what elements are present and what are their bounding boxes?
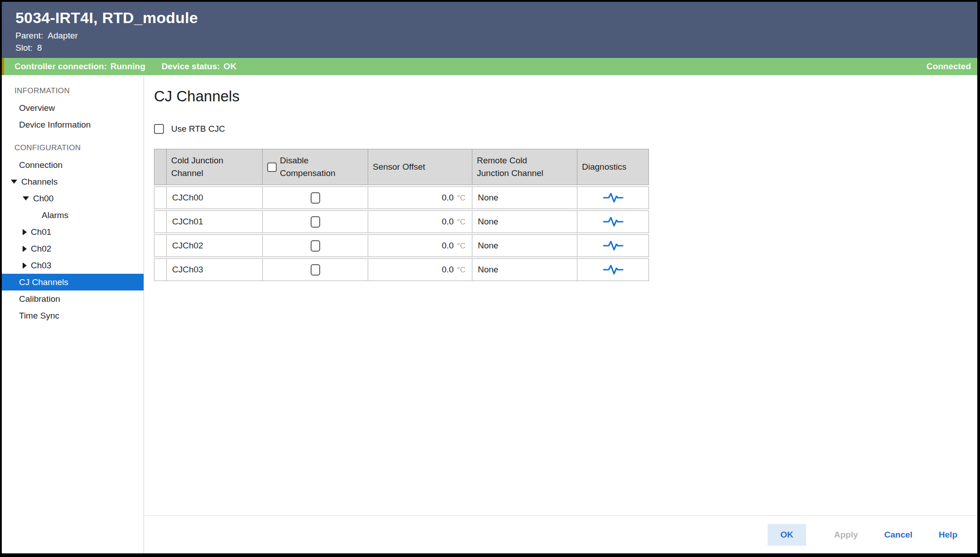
disable-compensation-cell — [263, 234, 368, 257]
device-status-label: Device status: — [162, 62, 220, 71]
sidebar-item-overview[interactable]: Overview — [2, 100, 144, 116]
unit-label: °C — [457, 218, 466, 226]
expand-arrow-icon[interactable] — [11, 180, 17, 184]
navigation-sidebar: INFORMATION Overview Device Information … — [2, 75, 144, 553]
title-header: 5034-IRT4I, RTD_module Parent: Adapter S… — [2, 2, 977, 58]
section-title-information: INFORMATION — [2, 82, 144, 100]
diagnostics-cell[interactable] — [577, 234, 649, 257]
sidebar-item-ch03[interactable]: Ch03 — [2, 257, 144, 274]
collapse-arrow-icon[interactable] — [23, 246, 27, 252]
diagnostics-cell[interactable] — [577, 186, 649, 209]
diagnostics-waveform-icon[interactable] — [603, 263, 624, 276]
disable-compensation-checkbox[interactable] — [311, 240, 320, 252]
unit-label: °C — [457, 194, 466, 202]
column-header-remote-cold-junction-channel: Remote Cold Junction Channel — [472, 149, 577, 185]
table-row: CJCh01 0.0°C None — [154, 210, 649, 233]
row-selector-cell[interactable] — [154, 210, 167, 233]
unit-label: °C — [457, 266, 466, 274]
sensor-offset-cell[interactable]: 0.0°C — [368, 258, 472, 281]
row-selector-cell[interactable] — [154, 186, 167, 209]
remote-cold-junction-cell[interactable]: None — [472, 186, 577, 209]
column-header-diagnostics: Diagnostics — [577, 149, 649, 185]
use-rtb-cjc-label: Use RTB CJC — [171, 124, 225, 134]
sensor-offset-cell[interactable]: 0.0°C — [368, 234, 472, 257]
remote-cold-junction-cell[interactable]: None — [472, 258, 577, 281]
channel-name-cell: CJCh01 — [167, 210, 263, 233]
collapse-arrow-icon[interactable] — [23, 229, 27, 235]
sidebar-item-channels[interactable]: Channels — [2, 173, 144, 190]
channel-name-cell: CJCh00 — [167, 186, 263, 209]
table-row: CJCh00 0.0°C None — [154, 186, 649, 209]
diagnostics-waveform-icon[interactable] — [603, 215, 624, 228]
table-row: CJCh03 0.0°C None — [154, 258, 649, 281]
diagnostics-cell[interactable] — [577, 258, 649, 281]
row-selector-cell[interactable] — [154, 234, 167, 257]
help-button[interactable]: Help — [931, 524, 966, 546]
parent-label: Parent: — [15, 31, 43, 41]
collapse-arrow-icon[interactable] — [23, 262, 27, 269]
row-selector-cell[interactable] — [154, 258, 167, 281]
module-properties-window: 5034-IRT4I, RTD_module Parent: Adapter S… — [0, 0, 980, 557]
apply-button[interactable]: Apply — [826, 524, 866, 546]
sidebar-item-calibration[interactable]: Calibration — [2, 290, 144, 307]
diagnostics-waveform-icon[interactable] — [603, 191, 624, 204]
disable-compensation-checkbox[interactable] — [311, 216, 320, 228]
sidebar-item-ch01[interactable]: Ch01 — [2, 224, 144, 240]
expand-arrow-icon[interactable] — [23, 196, 29, 200]
sidebar-item-alarms[interactable]: Alarms — [2, 207, 144, 224]
column-header-cold-junction-channel: Cold Junction Channel — [167, 149, 263, 185]
cancel-button[interactable]: Cancel — [876, 524, 921, 546]
table-row: CJCh02 0.0°C None — [154, 234, 649, 257]
sidebar-item-cj-channels[interactable]: CJ Channels — [2, 274, 144, 290]
page-title: 5034-IRT4I, RTD_module — [15, 9, 977, 27]
disable-compensation-cell — [263, 186, 368, 209]
status-bar: Controller connection: Running Device st… — [2, 58, 977, 75]
controller-connection-label: Controller connection: — [14, 62, 107, 71]
sidebar-item-connection[interactable]: Connection — [2, 157, 144, 173]
status-accent-strip — [2, 58, 4, 75]
channel-name-cell: CJCh02 — [167, 234, 263, 257]
panel-heading: CJ Channels — [154, 88, 977, 105]
use-rtb-cjc-checkbox[interactable] — [154, 124, 164, 134]
connection-state-badge: Connected — [927, 62, 971, 71]
dialog-footer: OK Apply Cancel Help — [144, 515, 977, 553]
remote-cold-junction-cell[interactable]: None — [472, 234, 577, 257]
channel-name-cell: CJCh03 — [167, 258, 263, 281]
slot-label: Slot: — [15, 43, 33, 53]
column-header-row-selector — [154, 149, 167, 185]
cj-channels-panel: CJ Channels Use RTB CJC Cold Jun — [144, 75, 977, 515]
diagnostics-waveform-icon[interactable] — [603, 239, 624, 252]
diagnostics-cell[interactable] — [577, 210, 649, 233]
section-title-configuration: CONFIGURATION — [2, 139, 144, 157]
slot-value: 8 — [37, 43, 42, 53]
sidebar-item-device-information[interactable]: Device Information — [2, 116, 144, 133]
sidebar-item-ch02[interactable]: Ch02 — [2, 240, 144, 257]
controller-connection-value: Running — [110, 62, 145, 71]
sidebar-item-time-sync[interactable]: Time Sync — [2, 307, 144, 324]
column-header-sensor-offset: Sensor Offset — [368, 149, 472, 185]
sidebar-item-ch00[interactable]: Ch00 — [2, 190, 144, 207]
table-header-row: Cold Junction Channel Disable Compensati… — [154, 149, 649, 185]
remote-cold-junction-cell[interactable]: None — [472, 210, 577, 233]
unit-label: °C — [457, 242, 466, 250]
cj-channels-table: Cold Junction Channel Disable Compensati… — [154, 148, 649, 282]
disable-compensation-checkbox[interactable] — [311, 192, 320, 204]
device-status-value: OK — [224, 62, 237, 71]
disable-compensation-cell — [263, 210, 368, 233]
sensor-offset-cell[interactable]: 0.0°C — [368, 210, 472, 233]
parent-value: Adapter — [48, 31, 78, 41]
column-header-disable-compensation: Disable Compensation — [263, 149, 368, 185]
disable-all-checkbox[interactable] — [267, 162, 277, 172]
ok-button[interactable]: OK — [768, 524, 806, 546]
disable-compensation-cell — [263, 258, 368, 281]
disable-compensation-checkbox[interactable] — [311, 264, 320, 276]
sensor-offset-cell[interactable]: 0.0°C — [368, 186, 472, 209]
